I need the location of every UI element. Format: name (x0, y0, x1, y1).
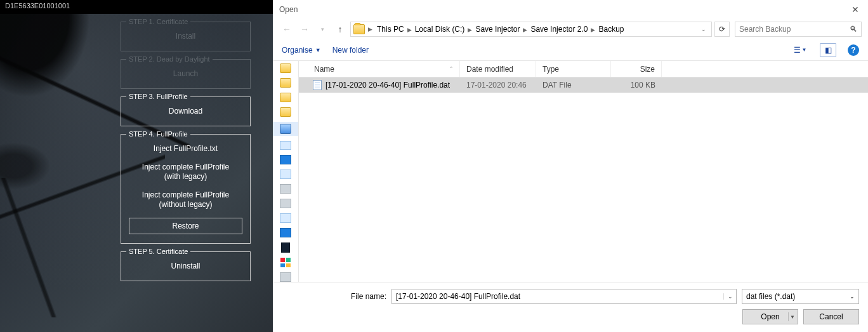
drive-icon[interactable] (281, 242, 290, 253)
preview-pane-button[interactable]: ◧ (820, 43, 836, 57)
injector-title: D1E5633E01001001 (5, 2, 70, 10)
step-button[interactable]: Inject complete FullProfile(with legacy) (125, 158, 246, 186)
cancel-button[interactable]: Cancel (803, 309, 859, 324)
new-folder-button[interactable]: New folder (332, 46, 369, 55)
file-row[interactable]: [17-01-2020 20-46-40] FullProfile.dat17-… (299, 77, 868, 93)
column-date[interactable]: Date modified (460, 61, 536, 77)
file-type-filter[interactable]: dat files (*.dat) ⌄ (742, 289, 859, 304)
file-name-input[interactable] (392, 292, 723, 301)
view-options-button[interactable]: ☰ ▼ (792, 43, 808, 57)
content-area: Name ˄ Date modified Type Size [17-01-20… (273, 61, 868, 282)
chevron-down-icon: ⌄ (850, 293, 855, 300)
view-list-icon: ☰ (794, 46, 801, 55)
nav-up-icon[interactable]: ↑ (332, 22, 348, 37)
preview-pane-icon: ◧ (825, 46, 832, 55)
column-headers: Name ˄ Date modified Type Size (299, 61, 868, 77)
breadcrumb-item[interactable]: This PC (374, 25, 407, 34)
address-row: ← → ▾ ↑ ▶ This PC▶Local Disk (C:)▶Save I… (273, 19, 868, 39)
step-legend: STEP 1. Certificate (126, 18, 190, 25)
breadcrumb-item[interactable]: Save Injector 2.0 (528, 25, 590, 34)
refresh-icon: ⟳ (719, 25, 725, 34)
step-group: STEP 1. CertificateInstall (121, 18, 251, 51)
nav-forward-icon: → (297, 22, 312, 37)
open-button[interactable]: Open ▼ (742, 309, 798, 324)
step-legend: STEP 5. Certificate (126, 248, 190, 255)
close-icon[interactable]: ✕ (849, 4, 862, 15)
help-icon: ? (851, 46, 855, 55)
chevron-right-icon[interactable]: ▶ (367, 26, 373, 32)
step-button[interactable]: Inject FullProfile.txt (125, 139, 246, 158)
step-button[interactable]: Install (125, 27, 246, 46)
folder-icon[interactable] (280, 107, 291, 117)
sort-asc-icon: ˄ (450, 66, 453, 72)
file-name-label: File name: (282, 292, 386, 301)
step-legend: STEP 4. FullProfile (126, 130, 190, 138)
chevron-down-icon: ▼ (790, 314, 795, 320)
step-legend: STEP 3. FullProfile (126, 93, 190, 100)
dialog-titlebar: Open ✕ (273, 0, 868, 19)
file-name: [17-01-2020 20-46-40] FullProfile.dat (326, 81, 450, 90)
file-icon (313, 80, 322, 90)
toolbar: Organise ▼ New folder ☰ ▼ ◧ ? (273, 39, 868, 61)
chevron-down-icon: ▼ (315, 47, 321, 53)
column-size[interactable]: Size (611, 61, 662, 77)
folder-icon[interactable] (280, 78, 291, 88)
step-button[interactable]: Download (125, 102, 246, 121)
file-type: DAT File (536, 81, 611, 90)
file-name-dropdown-icon[interactable]: ⌄ (723, 293, 736, 300)
search-input[interactable] (739, 25, 850, 34)
drive-icon[interactable] (280, 184, 291, 194)
chevron-down-icon: ▼ (802, 47, 807, 53)
step-button[interactable]: Inject complete FullProfile(without lega… (125, 186, 246, 214)
open-dialog: Open ✕ ← → ▾ ↑ ▶ This PC▶Local Disk (C:)… (273, 0, 868, 332)
chevron-right-icon[interactable]: ▶ (407, 27, 412, 33)
organise-button[interactable]: Organise ▼ (282, 46, 321, 55)
breadcrumb-item[interactable]: Save Injector (473, 25, 522, 34)
file-size: 100 KB (611, 81, 662, 90)
file-date: 17-01-2020 20:46 (460, 81, 536, 90)
folder-icon[interactable] (280, 63, 291, 73)
drive-icon[interactable] (280, 199, 291, 208)
dialog-title: Open (279, 5, 849, 14)
drive-icon[interactable] (280, 169, 291, 179)
help-button[interactable]: ? (848, 44, 859, 56)
windows-icon[interactable] (280, 258, 291, 267)
folder-icon[interactable] (280, 93, 291, 102)
address-bar[interactable]: ▶ This PC▶Local Disk (C:)▶Save Injector▶… (350, 22, 712, 37)
step-legend: STEP 2. Dead by Daylight (126, 55, 213, 63)
step-group: STEP 4. FullProfileInject FullProfile.tx… (121, 130, 251, 244)
file-name-field[interactable]: ⌄ (391, 289, 737, 304)
step-button[interactable]: Restore (129, 218, 242, 234)
this-pc-icon[interactable] (280, 124, 291, 134)
injector-app: D1E5633E01001001 STEP 1. CertificateInst… (0, 0, 273, 332)
dialog-bottom: File name: ⌄ dat files (*.dat) ⌄ Open ▼ … (273, 282, 868, 332)
breadcrumb-item[interactable]: Backup (596, 25, 626, 34)
address-dropdown-icon[interactable]: ⌄ (697, 26, 710, 32)
refresh-button[interactable]: ⟳ (714, 22, 730, 37)
drive-icon[interactable] (280, 141, 291, 150)
search-icon: 🔍︎ (850, 25, 857, 34)
search-box[interactable]: 🔍︎ (735, 22, 862, 37)
column-type[interactable]: Type (536, 61, 611, 77)
step-button[interactable]: Launch (125, 64, 246, 83)
drive-icon[interactable] (280, 272, 291, 282)
column-name[interactable]: Name ˄ (299, 61, 460, 77)
step-group: STEP 3. FullProfileDownload (121, 93, 251, 126)
step-button[interactable]: Uninstall (125, 256, 246, 276)
step-group: STEP 5. CertificateUninstall (121, 248, 251, 281)
drive-icon[interactable] (280, 228, 291, 237)
injector-titlebar: D1E5633E01001001 (0, 0, 273, 14)
nav-back-icon[interactable]: ← (279, 22, 294, 37)
drive-icon[interactable] (280, 213, 291, 223)
nav-pane[interactable] (273, 61, 299, 282)
step-group: STEP 2. Dead by DaylightLaunch (121, 55, 251, 89)
drive-icon[interactable] (280, 155, 291, 164)
folder-icon (353, 24, 365, 34)
file-list: Name ˄ Date modified Type Size [17-01-20… (299, 61, 868, 282)
recent-dropdown-icon[interactable]: ▾ (315, 22, 330, 37)
breadcrumb-item[interactable]: Local Disk (C:) (412, 25, 468, 34)
